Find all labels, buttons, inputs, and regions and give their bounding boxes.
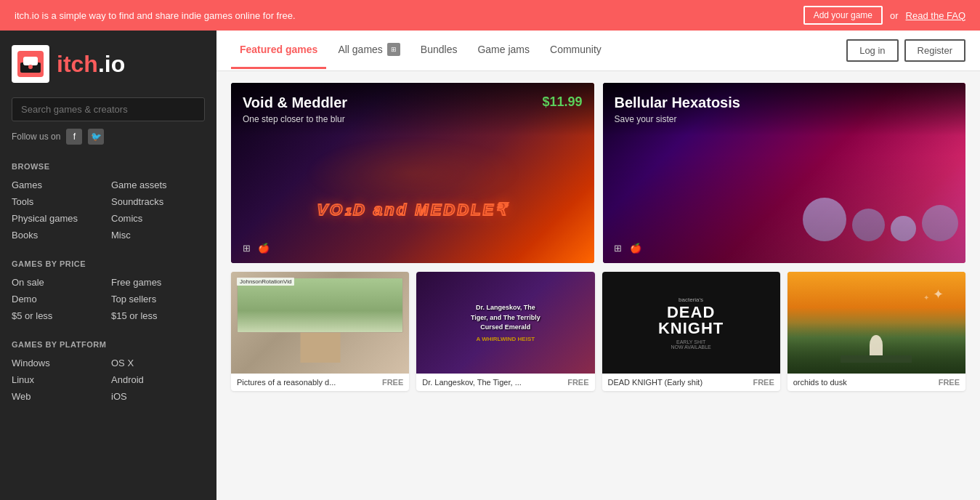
browse-grid: Games Game assets Tools Soundtracks Phys… [12,178,205,242]
void-meddler-overlay: Void & Meddler One step closer to the bl… [231,83,594,136]
faq-link[interactable]: Read the FAQ [906,10,965,21]
apple-platform-icon: 🍎 [257,241,270,254]
browse-heading: BROWSE [12,162,205,171]
nav-actions: Log in Register [846,39,965,62]
games-by-price-heading: GAMES BY PRICE [12,259,205,268]
login-button[interactable]: Log in [846,39,898,62]
bellular-platforms: ⊞ 🍎 [612,241,642,254]
bellular-title: Bellular Hexatosis [615,94,955,111]
price-free-games[interactable]: Free games [111,275,205,289]
pictures-price: FREE [382,378,403,387]
tab-featured-games[interactable]: Featured games [231,32,326,69]
platform-windows[interactable]: Windows [12,356,105,370]
dr-text: Dr. Langeskov, TheTiger, and The Terribl… [471,303,540,342]
dead-knight-info: DEAD KNIGHT (Early shit) FREE [602,374,780,391]
platform-web[interactable]: Web [12,390,105,403]
price-15-or-less[interactable]: $15 or less [111,309,205,323]
small-card-dead-knight[interactable]: bacteria's DEADKNIGHT EARLY SHITNOW AVAI… [602,272,780,391]
browse-misc[interactable]: Misc [111,228,205,242]
pictures-thumbnail: JohnsonRotationVid [231,272,409,374]
games-by-platform-heading: GAMES BY PLATFORM [12,340,205,349]
orchids-figure [870,335,883,355]
tab-community[interactable]: Community [541,32,610,69]
small-card-pictures[interactable]: JohnsonRotationVid Pictures of a reasona… [231,272,409,391]
dr-info: Dr. Langeskov, The Tiger, ... FREE [416,374,594,391]
browse-books[interactable]: Books [12,228,105,242]
browse-tools[interactable]: Tools [12,195,105,209]
dead-knight-text: bacteria's DEADKNIGHT EARLY SHITNOW AVAI… [658,297,724,350]
featured-card-bellular[interactable]: Bellular Hexatosis Save your sister ⊞ 🍎 [603,83,966,263]
dr-price: FREE [567,378,588,387]
orchids-ground [841,355,912,363]
windows-platform-icon-2: ⊞ [612,241,625,254]
browse-games[interactable]: Games [12,178,105,192]
small-card-dr-langeskov[interactable]: Dr. Langeskov, TheTiger, and The Terribl… [416,272,594,391]
browse-comics[interactable]: Comics [111,211,205,225]
main-nav: Featured games All games ⊞ Bundles Game … [216,31,980,71]
void-meddler-price: $11.99 [542,94,582,110]
bellular-overlay: Bellular Hexatosis Save your sister [603,83,966,136]
platform-android[interactable]: Android [111,373,205,387]
logo-area: itch.io [12,45,205,83]
add-game-button[interactable]: Add your game [803,6,883,25]
all-games-icon: ⊞ [387,43,400,56]
platform-grid: Windows OS X Linux Android Web iOS [12,356,205,403]
logo-text: itch.io [57,51,125,78]
tab-bundles[interactable]: Bundles [412,32,466,69]
star-decoration: ✦ [933,286,944,302]
follow-text: Follow us on [12,132,60,142]
void-meddler-platforms: ⊞ 🍎 [240,241,270,254]
price-grid: On sale Free games Demo Top sellers $5 o… [12,275,205,323]
bellular-subtitle: Save your sister [615,114,955,124]
featured-card-void-meddler[interactable]: VO₁D and MEDDLE₹ Void & Meddler One step… [231,83,594,263]
price-demo[interactable]: Demo [12,292,105,306]
apple-platform-icon-2: 🍎 [629,241,642,254]
facebook-icon[interactable]: f [66,129,82,145]
star-small: ✦ [923,294,929,302]
orchids-thumbnail: ✦ ✦ [787,272,965,374]
dead-knight-price: FREE [753,378,774,387]
platform-osx[interactable]: OS X [111,356,205,370]
tab-all-games[interactable]: All games ⊞ [329,31,408,70]
windows-platform-icon: ⊞ [240,241,253,254]
follow-us-area: Follow us on f 🐦 [12,129,205,145]
announcement-banner: itch.io is a simple way to find and shar… [0,0,980,31]
svg-point-3 [28,65,33,69]
browse-soundtracks[interactable]: Soundtracks [111,195,205,209]
main-content: Featured games All games ⊞ Bundles Game … [216,31,980,500]
dr-thumbnail: Dr. Langeskov, TheTiger, and The Terribl… [416,272,594,374]
twitter-icon[interactable]: 🐦 [88,129,104,145]
orchids-info: orchids to dusk FREE [787,374,965,391]
small-cards-row: JohnsonRotationVid Pictures of a reasona… [231,272,965,391]
dr-name: Dr. Langeskov, The Tiger, ... [422,378,563,387]
logo-icon [12,45,49,83]
pictures-label-overlay: JohnsonRotationVid [237,278,294,286]
sidebar: itch.io Follow us on f 🐦 BROWSE Games Ga… [0,31,216,500]
banner-or: or [890,10,899,21]
dead-knight-thumbnail: bacteria's DEADKNIGHT EARLY SHITNOW AVAI… [602,272,780,374]
games-area: VO₁D and MEDDLE₹ Void & Meddler One step… [216,71,980,500]
dead-knight-name: DEAD KNIGHT (Early shit) [608,378,749,387]
platform-ios[interactable]: iOS [111,390,205,403]
browse-physical-games[interactable]: Physical games [12,211,105,225]
register-button[interactable]: Register [904,39,965,62]
small-card-orchids[interactable]: ✦ ✦ orchids to dusk FREE [787,272,965,391]
featured-row: VO₁D and MEDDLE₹ Void & Meddler One step… [231,83,965,263]
price-on-sale[interactable]: On sale [12,275,105,289]
svg-rect-2 [23,57,38,65]
tab-game-jams[interactable]: Game jams [469,32,538,69]
search-input[interactable] [12,97,205,121]
void-meddler-title: Void & Meddler [243,94,583,111]
void-meddler-subtitle: One step closer to the blur [243,114,583,124]
nav-tabs: Featured games All games ⊞ Bundles Game … [231,31,846,70]
price-5-or-less[interactable]: $5 or less [12,309,105,323]
pictures-info: Pictures of a reasonably d... FREE [231,374,409,391]
orchids-name: orchids to dusk [793,378,934,387]
pictures-name: Pictures of a reasonably d... [237,378,378,387]
platform-linux[interactable]: Linux [12,373,105,387]
price-top-sellers[interactable]: Top sellers [111,292,205,306]
banner-text: itch.io is a simple way to find and shar… [15,10,796,21]
orchids-price: FREE [939,378,960,387]
browse-game-assets[interactable]: Game assets [111,178,205,192]
